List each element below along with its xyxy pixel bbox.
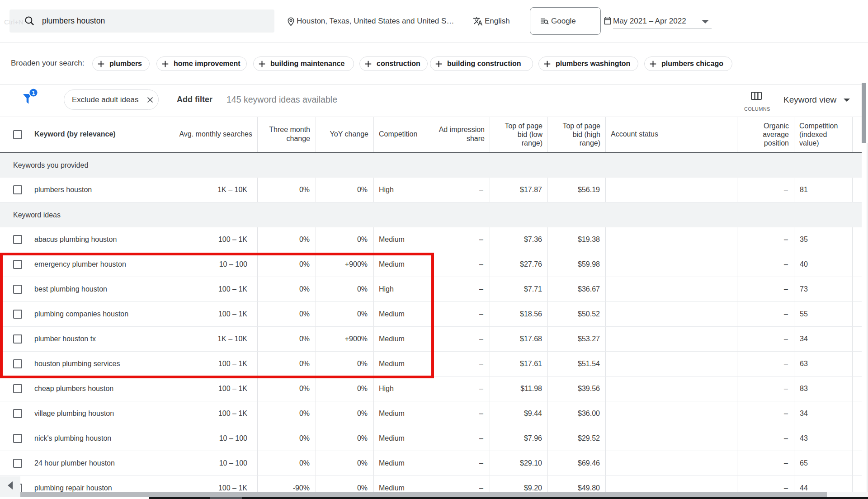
svg-text:1: 1: [32, 89, 35, 96]
